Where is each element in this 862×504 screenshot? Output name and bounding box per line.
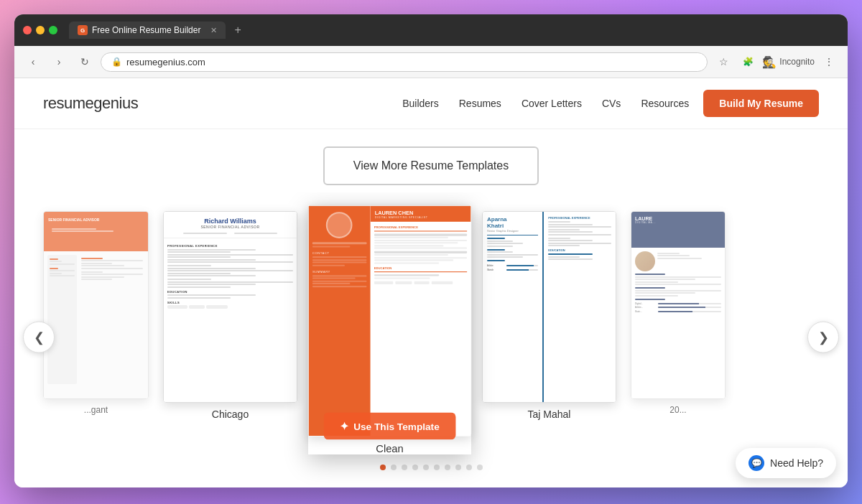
use-template-button[interactable]: ✦ Use This Template xyxy=(323,412,456,439)
incognito-label: Incognito xyxy=(779,57,815,67)
chat-icon: 💬 xyxy=(749,455,764,471)
browser-dots xyxy=(23,26,57,34)
carousel-dot-6[interactable] xyxy=(434,465,440,470)
view-more-button[interactable]: View More Resume Templates xyxy=(323,146,539,185)
nav-builders[interactable]: Builders xyxy=(402,98,439,109)
site-content: resumegenius Builders Resumes Cover Lett… xyxy=(14,78,848,487)
carousel-dot-1[interactable] xyxy=(380,465,386,470)
browser-titlebar: G Free Online Resume Builder ✕ + xyxy=(14,14,848,46)
carousel-next-button[interactable]: ❯ xyxy=(807,321,839,353)
template-name-chicago: Chicago xyxy=(163,409,297,420)
toolbar-actions: ☆ 🧩 🕵️ Incognito ⋮ xyxy=(713,52,839,72)
lock-icon: 🔒 xyxy=(111,57,122,67)
extensions-icon[interactable]: 🧩 xyxy=(738,52,758,72)
template-name-modern: 20... xyxy=(631,405,726,415)
template-card-modern[interactable]: LAURE DIGITAL MA... xyxy=(631,211,726,415)
new-tab-button[interactable]: + xyxy=(234,24,241,37)
template-card-chicago[interactable]: Richard Williams SENIOR FINANCIAL ADVISO… xyxy=(163,211,297,420)
site-header: resumegenius Builders Resumes Cover Lett… xyxy=(14,78,848,129)
address-bar[interactable]: 🔒 resumegenius.com xyxy=(101,52,708,72)
carousel-dot-4[interactable] xyxy=(412,465,418,470)
taj-name: AparnaKhatri xyxy=(487,216,538,229)
carousel-dot-2[interactable] xyxy=(391,465,397,470)
url-text: resumegenius.com xyxy=(126,57,205,67)
template-name-tajmahal: Taj Mahal xyxy=(482,409,616,420)
back-button[interactable]: ‹ xyxy=(23,52,43,72)
bookmark-icon[interactable]: ☆ xyxy=(713,52,733,72)
need-help-label: Need Help? xyxy=(770,457,823,469)
taj-right-panel: PROFESSIONAL EXPERIENCE xyxy=(542,212,616,402)
chicago-title: SENIOR FINANCIAL ADVISOR xyxy=(168,225,292,229)
templates-section: ❮ SENIOR FINANCIAL ADVISOR xyxy=(14,192,848,487)
logo-text2: genius xyxy=(93,94,138,112)
chicago-header: Richard Williams SENIOR FINANCIAL ADVISO… xyxy=(164,212,297,238)
browser-toolbar: ‹ › ↻ 🔒 resumegenius.com ☆ 🧩 🕵️ Incognit… xyxy=(14,46,848,78)
incognito-badge: 🕵️ Incognito xyxy=(762,55,815,69)
template-name-elegant: ...gant xyxy=(43,405,149,415)
chicago-name: Richard Williams xyxy=(168,218,292,225)
nav-cover-letters[interactable]: Cover Letters xyxy=(522,98,582,109)
nav-cvs[interactable]: CVs xyxy=(602,98,621,109)
carousel-dot-3[interactable] xyxy=(402,465,407,470)
next-arrow-icon: ❯ xyxy=(818,329,829,345)
carousel-dot-9[interactable] xyxy=(466,465,472,470)
browser-window: G Free Online Resume Builder ✕ + ‹ › ↻ 🔒… xyxy=(14,14,848,487)
wand-icon: ✦ xyxy=(340,420,349,432)
tab-title: Free Online Resume Builder xyxy=(92,25,200,35)
template-card-inner-tajmahal: AparnaKhatri Senior Graphic Designer xyxy=(482,211,616,403)
template-card-tajmahal[interactable]: AparnaKhatri Senior Graphic Designer xyxy=(482,211,616,420)
logo-text1: resume xyxy=(43,94,93,112)
template-name-clean: Clean xyxy=(308,442,472,454)
carousel-prev-button[interactable]: ❮ xyxy=(23,321,55,353)
browser-tab[interactable]: G Free Online Resume Builder ✕ xyxy=(69,22,226,39)
carousel-dots xyxy=(14,456,848,476)
carousel-dot-5[interactable] xyxy=(423,465,429,470)
view-more-section: View More Resume Templates xyxy=(14,129,848,192)
logo[interactable]: resumegenius xyxy=(43,94,138,113)
template-card-clean[interactable]: CONTACT SUMMARY xyxy=(308,205,472,455)
build-resume-button[interactable]: Build My Resume xyxy=(703,90,819,117)
site-nav: Builders Resumes Cover Letters CVs Resou… xyxy=(402,98,689,109)
need-help-button[interactable]: 💬 Need Help? xyxy=(736,448,836,478)
template-card-elegant[interactable]: SENIOR FINANCIAL ADVISOR xyxy=(43,211,149,415)
taj-title: Senior Graphic Designer xyxy=(487,229,538,233)
templates-track: SENIOR FINANCIAL ADVISOR xyxy=(14,204,848,456)
carousel-dot-10[interactable] xyxy=(477,465,483,470)
nav-resources[interactable]: Resources xyxy=(641,98,689,109)
tab-close-button[interactable]: ✕ xyxy=(210,26,217,35)
refresh-button[interactable]: ↻ xyxy=(75,52,95,72)
template-card-inner-chicago: Richard Williams SENIOR FINANCIAL ADVISO… xyxy=(163,211,297,403)
close-dot[interactable] xyxy=(23,26,32,34)
prev-arrow-icon: ❮ xyxy=(34,329,45,345)
minimize-dot[interactable] xyxy=(36,26,45,34)
template-card-inner-elegant: SENIOR FINANCIAL ADVISOR xyxy=(43,211,149,399)
carousel-dot-7[interactable] xyxy=(445,465,450,470)
forward-button[interactable]: › xyxy=(49,52,69,72)
tab-favicon: G xyxy=(78,25,88,35)
template-card-inner-clean: CONTACT SUMMARY xyxy=(308,205,472,437)
maximize-dot[interactable] xyxy=(49,26,57,34)
template-card-inner-modern: LAURE DIGITAL MA... xyxy=(631,211,726,399)
taj-left-panel: AparnaKhatri Senior Graphic Designer xyxy=(483,212,542,402)
nav-resumes[interactable]: Resumes xyxy=(459,98,501,109)
chicago-body: PROFESSIONAL EXPERIENCE xyxy=(164,238,297,312)
menu-button[interactable]: ⋮ xyxy=(819,52,839,72)
carousel-dot-8[interactable] xyxy=(455,465,461,470)
